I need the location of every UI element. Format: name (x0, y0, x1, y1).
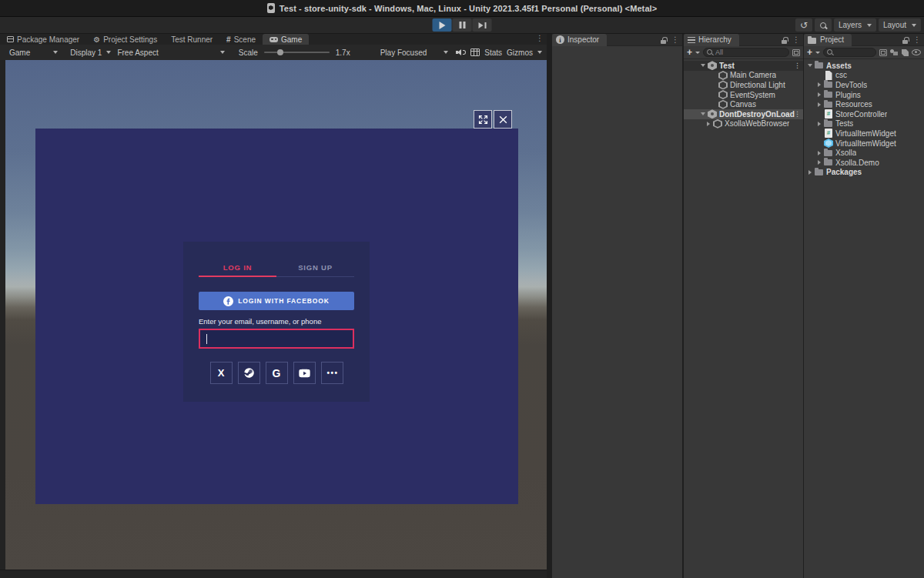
social-x-button[interactable]: X (210, 362, 233, 384)
undo-history-button[interactable]: ↺ (795, 18, 812, 32)
tab-strip-menu-icon[interactable]: ⋮ (536, 35, 544, 42)
expand-arrow[interactable] (699, 112, 707, 115)
visibility-icon[interactable] (912, 49, 921, 55)
social-youtube-button[interactable] (293, 362, 316, 384)
editor-tab-strip: Package Manager Project Settings Test Ru… (0, 34, 547, 45)
fullscreen-button[interactable] (474, 110, 492, 129)
login-with-facebook-button[interactable]: LOGIN WITH FACEBOOK (199, 292, 354, 310)
project-row[interactable]: Packages (804, 168, 924, 178)
hierarchy-search-input[interactable]: All (703, 48, 789, 57)
close-button[interactable] (494, 110, 512, 129)
lock-icon[interactable] (782, 37, 788, 44)
project-row[interactable]: csc (804, 71, 924, 81)
play-button[interactable] (433, 18, 452, 32)
pause-icon (459, 22, 461, 28)
editor-tab[interactable]: Project Settings (86, 34, 164, 45)
tab-sign-up[interactable]: SIGN UP (276, 259, 354, 277)
social-steam-button[interactable] (238, 362, 260, 384)
project-row[interactable]: VirtualItemWidget (804, 139, 924, 149)
chevron-down-icon[interactable] (695, 52, 700, 54)
open-search-window-icon[interactable] (792, 49, 800, 56)
project-row[interactable]: Tests (804, 119, 924, 129)
project-search-input[interactable] (823, 48, 876, 57)
search-by-type-icon[interactable] (890, 48, 899, 56)
mute-audio-icon[interactable] (456, 48, 466, 57)
asset-label: StoreController (835, 110, 887, 119)
expand-arrow[interactable] (806, 170, 814, 175)
row-menu-icon[interactable]: ⋮ (794, 62, 801, 69)
scale-value: 1.7x (336, 48, 350, 57)
editor-tab[interactable]: Scene (219, 34, 263, 45)
expand-arrow[interactable] (806, 64, 814, 67)
search-icon (707, 49, 713, 55)
expand-arrow[interactable] (815, 92, 823, 97)
editor-tab[interactable]: Package Manager (0, 34, 86, 45)
expand-arrow[interactable] (815, 122, 823, 126)
panel-menu-icon[interactable]: ⋮ (792, 36, 800, 44)
project-tab[interactable]: Project (804, 34, 852, 46)
scale-slider[interactable] (264, 52, 330, 53)
expand-arrow[interactable] (815, 151, 823, 155)
chevron-down-icon[interactable] (815, 52, 820, 54)
lock-icon[interactable] (661, 37, 667, 44)
editor-content: Package Manager Project Settings Test Ru… (0, 34, 924, 578)
vsync-grid-icon[interactable] (470, 48, 480, 56)
editor-tab[interactable]: Game (263, 34, 309, 45)
tab-icon (270, 37, 278, 42)
project-row[interactable]: VirtualItemWidget (804, 129, 924, 139)
stats-button[interactable]: Stats (484, 48, 502, 57)
search-by-label-icon[interactable] (902, 49, 909, 56)
hierarchy-row[interactable]: Directional Light (684, 80, 803, 90)
project-row[interactable]: Xsolla.Demo (804, 158, 924, 168)
hierarchy-row[interactable]: DontDestroyOnLoad ⋮ (684, 109, 803, 119)
scale-slider-handle[interactable] (277, 49, 283, 55)
panel-menu-icon[interactable]: ⋮ (913, 36, 921, 44)
expand-arrow[interactable] (815, 102, 823, 107)
hierarchy-row[interactable]: Canvas (684, 99, 803, 109)
expand-arrow[interactable] (705, 122, 712, 126)
lock-icon[interactable] (902, 37, 909, 44)
panel-menu-icon[interactable]: ⋮ (671, 36, 679, 44)
display-dropdown[interactable]: Display 1 (67, 45, 114, 60)
social-google-button[interactable]: G (266, 362, 288, 384)
project-row[interactable]: DevTools (804, 80, 924, 90)
gizmos-dropdown[interactable]: Gizmos (507, 48, 542, 57)
search-button[interactable] (815, 18, 832, 32)
project-row[interactable]: Plugins (804, 90, 924, 100)
tab-label: Scene (234, 35, 256, 44)
object-icon (718, 100, 728, 109)
layout-dropdown[interactable]: Layout (879, 18, 921, 32)
hierarchy-row[interactable]: XsollaWebBrowser (684, 119, 803, 129)
game-menu-dropdown[interactable]: Game (6, 45, 61, 60)
create-button[interactable]: + (687, 48, 692, 57)
project-row[interactable]: Resources (804, 99, 924, 109)
inspector-tab[interactable]: i Inspector (552, 34, 607, 46)
layers-dropdown[interactable]: Layers (834, 18, 876, 32)
pause-button[interactable] (453, 18, 472, 32)
create-button[interactable]: + (807, 48, 812, 57)
social-more-button[interactable]: ••• (321, 362, 343, 384)
editor-tab[interactable]: Test Runner (164, 34, 219, 45)
hierarchy-tab[interactable]: Hierarchy (684, 34, 739, 46)
login-input[interactable] (199, 329, 354, 349)
open-search-window-icon[interactable] (879, 49, 887, 56)
hierarchy-row[interactable]: Main Camera (684, 71, 803, 81)
project-row[interactable]: StoreController (804, 109, 924, 119)
project-row[interactable]: Assets (804, 61, 924, 71)
project-row[interactable]: Xsolla (804, 148, 924, 158)
hierarchy-row[interactable]: EventSystem (684, 90, 803, 100)
object-icon (713, 119, 722, 129)
row-menu-icon[interactable]: ⋮ (794, 111, 801, 118)
play-focused-dropdown[interactable]: Play Focused (377, 48, 452, 57)
expand-arrow[interactable] (699, 64, 707, 67)
step-button[interactable] (473, 18, 492, 32)
social-login-row: X G ••• (199, 362, 354, 384)
aspect-dropdown[interactable]: Free Aspect (114, 45, 227, 60)
hierarchy-row[interactable]: Test ⋮ (684, 61, 803, 71)
expand-arrow[interactable] (815, 82, 823, 87)
panel-divider[interactable] (547, 34, 552, 578)
asset-label: Resources (835, 100, 872, 109)
expand-arrow[interactable] (815, 160, 823, 165)
play-controls (433, 18, 492, 32)
tab-log-in[interactable]: LOG IN (199, 259, 276, 277)
